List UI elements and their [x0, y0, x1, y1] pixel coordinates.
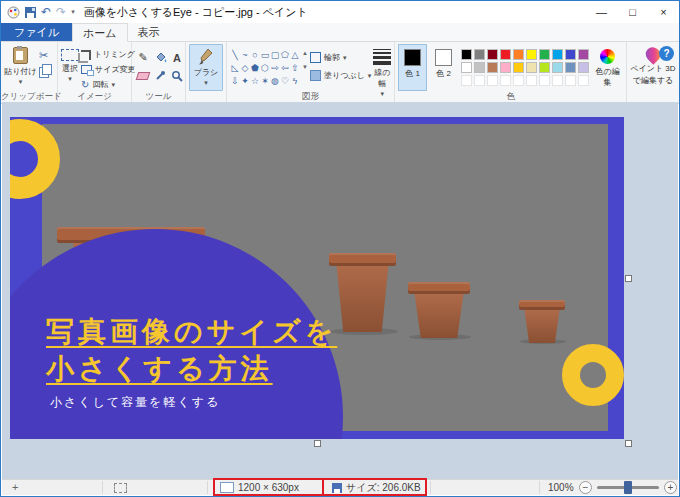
minimize-button[interactable]: — — [586, 1, 617, 23]
crop-button[interactable]: トリミング — [81, 48, 136, 61]
magnifier-tool-button[interactable] — [169, 67, 185, 84]
palette-swatch[interactable] — [565, 75, 576, 86]
palette-swatch[interactable] — [526, 75, 537, 86]
redo-button[interactable]: ↷ — [56, 6, 66, 18]
fill-tool-button[interactable] — [152, 49, 168, 66]
palette-swatch[interactable] — [513, 49, 524, 60]
select-button[interactable]: 選択 ▾ — [61, 44, 79, 91]
maximize-button[interactable]: □ — [617, 1, 648, 23]
qat-customize-button[interactable]: ▾ — [71, 8, 75, 16]
disk-icon — [332, 483, 342, 493]
rotate-button[interactable]: ↻ 回転 ▾ — [81, 78, 136, 91]
callout-shape[interactable]: ◍ — [270, 74, 280, 87]
right-triangle-shape[interactable]: ◺ — [230, 61, 240, 74]
palette-swatch[interactable] — [461, 49, 472, 60]
edit-colors-button[interactable]: 色の編集 — [592, 44, 623, 91]
line-width-button[interactable]: 線の幅 ▾ — [373, 44, 391, 91]
oval-shape[interactable]: ○ — [250, 48, 260, 61]
paint-app-icon — [7, 6, 20, 19]
zoom-out-button[interactable]: − — [579, 481, 592, 494]
zoom-in-button[interactable]: + — [664, 481, 677, 494]
palette-swatch[interactable] — [565, 62, 576, 73]
cut-button[interactable]: ✂ — [39, 48, 52, 62]
palette-swatch[interactable] — [539, 62, 550, 73]
palette-swatch[interactable] — [526, 62, 537, 73]
palette-swatch[interactable] — [513, 75, 524, 86]
left-arrow-shape[interactable]: ⇦ — [280, 61, 290, 74]
palette-swatch[interactable] — [552, 62, 563, 73]
curve-shape[interactable]: ~ — [240, 48, 250, 61]
palette-swatch[interactable] — [500, 75, 511, 86]
pot-body — [413, 294, 465, 338]
shapes-scroll-up-button[interactable]: ▲ — [302, 50, 308, 56]
palette-swatch[interactable] — [513, 62, 524, 73]
rounded-rectangle-shape[interactable]: ▢ — [270, 48, 280, 61]
text-tool-button[interactable]: A — [169, 49, 185, 66]
tab-view[interactable]: 表示 — [128, 23, 170, 41]
shapes-scroll-down-button[interactable]: ▼ — [302, 64, 308, 70]
up-arrow-shape[interactable]: ⇧ — [290, 61, 300, 74]
polygon-shape[interactable]: ⬠ — [280, 48, 290, 61]
close-button[interactable]: × — [648, 1, 679, 23]
copy-button[interactable] — [39, 64, 52, 78]
five-point-star-shape[interactable]: ☆ — [250, 74, 260, 87]
drawing-canvas[interactable]: 写真画像のサイズを 小さくする方法 小さくして容量を軽くする — [10, 117, 624, 439]
palette-swatch[interactable] — [474, 75, 485, 86]
palette-swatch[interactable] — [552, 75, 563, 86]
palette-swatch[interactable] — [500, 62, 511, 73]
color-picker-tool-button[interactable] — [152, 67, 168, 84]
save-button[interactable] — [25, 7, 36, 18]
help-button[interactable]: ? — [659, 46, 674, 61]
palette-swatch[interactable] — [474, 49, 485, 60]
tab-file[interactable]: ファイル — [1, 23, 72, 41]
palette-swatch[interactable] — [565, 49, 576, 60]
line-shape[interactable]: ╲ — [230, 48, 240, 61]
triangle-shape[interactable]: △ — [290, 48, 300, 61]
selection-size-indicator — [114, 480, 127, 495]
zoom-slider[interactable] — [597, 480, 659, 495]
palette-swatch[interactable] — [578, 75, 589, 86]
pentagon-shape[interactable]: ⬟ — [250, 61, 260, 74]
cursor-position-indicator: + — [12, 480, 18, 495]
canvas-resize-handle-right[interactable] — [625, 275, 632, 282]
palette-swatch[interactable] — [461, 75, 472, 86]
brush-button[interactable]: ブラシ ▾ — [189, 44, 223, 91]
palette-swatch[interactable] — [500, 49, 511, 60]
paste-button[interactable]: 貼り付け ▾ — [4, 44, 37, 91]
palette-swatch[interactable] — [526, 49, 537, 60]
palette-swatch[interactable] — [487, 75, 498, 86]
zoom-slider-thumb[interactable] — [624, 481, 632, 494]
palette-swatch[interactable] — [552, 49, 563, 60]
tab-home[interactable]: ホーム — [72, 23, 128, 42]
zoom-slider-track[interactable] — [597, 486, 659, 489]
palette-swatch[interactable] — [487, 62, 498, 73]
resize-button[interactable]: サイズ変更 — [81, 63, 136, 76]
hexagon-shape[interactable]: ⬡ — [260, 61, 270, 74]
palette-swatch[interactable] — [578, 62, 589, 73]
eraser-tool-button[interactable] — [135, 67, 151, 84]
lightning-shape[interactable]: ϟ — [290, 74, 300, 87]
palette-swatch[interactable] — [578, 49, 589, 60]
palette-swatch[interactable] — [539, 75, 550, 86]
palette-swatch[interactable] — [539, 49, 550, 60]
fill-style-button[interactable]: 塗りつぶし ▾ — [310, 68, 371, 82]
heart-shape[interactable]: ♡ — [280, 74, 290, 87]
diamond-shape[interactable]: ◇ — [240, 61, 250, 74]
pencil-tool-button[interactable]: ✎ — [135, 49, 151, 66]
right-arrow-shape[interactable]: ⇨ — [270, 61, 280, 74]
color1-button[interactable]: 色 1 — [398, 44, 427, 91]
image-group: 選択 ▾ トリミング サイズ変更 ↻ 回転 ▾ イメージ — [58, 42, 132, 103]
outline-button[interactable]: 輪郭 ▾ — [310, 50, 371, 64]
rectangle-shape[interactable]: ▭ — [260, 48, 270, 61]
four-point-star-shape[interactable]: ✦ — [240, 74, 250, 87]
undo-button[interactable]: ↶ — [41, 6, 51, 18]
palette-swatch[interactable] — [487, 49, 498, 60]
palette-swatch[interactable] — [474, 62, 485, 73]
canvas-resize-handle-bottom[interactable] — [314, 440, 321, 447]
six-point-star-shape[interactable]: ✶ — [260, 74, 270, 87]
paste-label: 貼り付け — [4, 66, 36, 77]
palette-swatch[interactable] — [461, 62, 472, 73]
canvas-resize-handle-corner[interactable] — [625, 440, 632, 447]
color2-button[interactable]: 色 2 — [429, 44, 458, 91]
down-arrow-shape[interactable]: ⇩ — [230, 74, 240, 87]
